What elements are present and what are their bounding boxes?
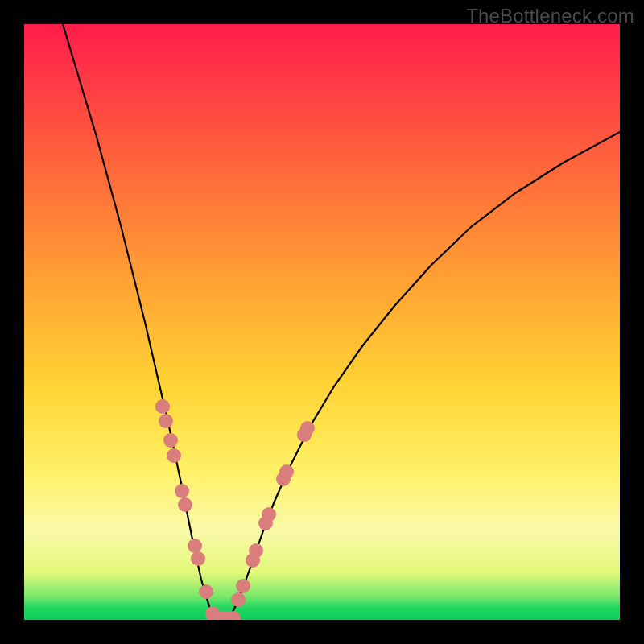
data-marker: [300, 421, 315, 436]
data-marker: [163, 433, 178, 448]
data-marker: [279, 464, 294, 479]
data-marker: [191, 551, 205, 566]
curve-right: [229, 132, 620, 618]
data-marker: [155, 399, 170, 414]
data-marker: [175, 484, 189, 498]
data-marker: [167, 448, 181, 463]
curve-layer: [24, 24, 620, 620]
data-marker: [188, 539, 202, 553]
markers-group: [155, 399, 315, 620]
watermark-text: TheBottleneck.com: [466, 5, 634, 27]
data-marker: [249, 543, 263, 558]
data-marker: [236, 579, 250, 593]
data-marker: [178, 497, 192, 512]
data-marker: [262, 507, 276, 522]
data-marker: [199, 584, 213, 599]
curve-left: [63, 24, 217, 618]
data-marker: [159, 414, 173, 428]
plot-area: [24, 24, 620, 620]
data-marker: [231, 592, 246, 607]
chart-frame: TheBottleneck.com: [0, 0, 644, 644]
